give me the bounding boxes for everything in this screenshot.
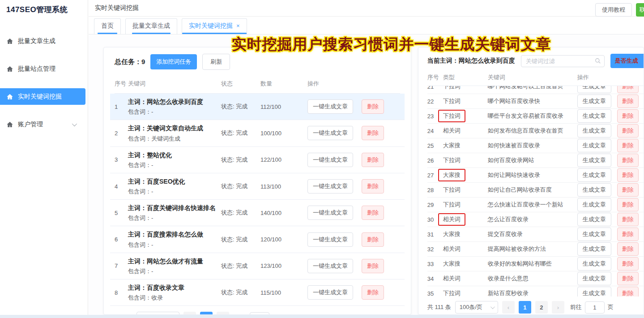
main-keyword: 主词：关键词文章自动生成 — [128, 124, 221, 133]
sidebar-item-realtime-keyword[interactable]: 实时关键词挖掘 — [0, 88, 85, 105]
generate-article-button[interactable]: 一键生成文章 — [307, 206, 353, 220]
delete-button[interactable]: 删除 — [617, 154, 639, 167]
tutorial-button[interactable]: 使用教程 — [595, 3, 632, 17]
generate-article-button[interactable]: 生成文章 — [577, 95, 611, 108]
generate-article-button[interactable]: 一键生成文章 — [307, 232, 353, 247]
keyword-type: 相关词 — [443, 275, 461, 283]
page-number-1[interactable]: 1 — [200, 312, 213, 315]
generate-article-button[interactable]: 生成文章 — [577, 168, 611, 182]
delete-button[interactable]: 删除 — [617, 109, 639, 123]
table-row: 27 大家搜 如何让网站快速收录 生成文章删除 — [427, 168, 644, 183]
delete-button[interactable]: 删除 — [362, 206, 384, 220]
generate-article-button[interactable]: 生成文章 — [577, 257, 611, 271]
generate-article-button[interactable]: 生成文章 — [577, 183, 611, 197]
generate-article-button[interactable]: 生成文章 — [577, 124, 611, 138]
prev-page-button[interactable]: ‹ — [502, 301, 515, 314]
table-row[interactable]: 2 主词：关键词文章自动生成包含词：关键词生成 状态: 完成 100/100 一… — [110, 120, 405, 146]
sidebar-item-batch-article[interactable]: 批量文章生成 — [0, 33, 85, 49]
next-page-button[interactable]: › — [217, 312, 229, 315]
table-row[interactable]: 1 主词：网站怎么收录到百度包含词：- 状态: 完成 112/100 一键生成文… — [110, 94, 405, 120]
generate-article-button[interactable]: 生成文章 — [577, 228, 611, 241]
next-page-button[interactable]: › — [552, 301, 564, 314]
delete-button[interactable]: 删除 — [617, 124, 639, 138]
delete-button[interactable]: 删除 — [362, 153, 384, 167]
page-size-select[interactable]: 100条/页 — [455, 301, 498, 314]
table-row[interactable]: 7 主词：网站怎么做才有流量包含词：- 状态: 完成 123/100 一键生成文… — [110, 253, 405, 279]
delete-button[interactable]: 删除 — [617, 242, 639, 256]
generate-article-button[interactable]: 生成文章 — [577, 139, 611, 152]
tab-bar: 首页 批量文章生成 实时关键词挖掘× — [89, 17, 644, 34]
table-row: 23 下拉词 哪些平台发文容易被百度收录 生成文章删除 — [427, 109, 644, 124]
current-main-keyword: 当前主词：网站怎么收录到百度 — [427, 57, 515, 65]
table-row: 32 相关词 提高网站被收录的方法 生成文章删除 — [427, 242, 644, 257]
delete-button[interactable]: 删除 — [617, 272, 639, 285]
page-number-2[interactable]: 2 — [535, 301, 548, 314]
delete-button[interactable]: 删除 — [617, 287, 639, 297]
generate-article-button[interactable]: 一键生成文章 — [307, 126, 353, 140]
sidebar-item-account[interactable]: 账户管理 — [0, 116, 85, 133]
generate-article-button[interactable]: 生成文章 — [577, 287, 611, 297]
page-number-1[interactable]: 1 — [519, 301, 531, 314]
tab-home[interactable]: 首页 — [94, 18, 121, 34]
generate-article-button[interactable]: 生成文章 — [577, 154, 611, 167]
status-text: 状态: 完成 — [221, 288, 260, 297]
generate-toggle-button[interactable]: 是否生成 — [610, 54, 644, 68]
delete-button[interactable]: 删除 — [617, 139, 639, 152]
generate-article-button[interactable]: 生成文章 — [577, 272, 611, 285]
chevron-down-icon — [490, 305, 495, 309]
refresh-button[interactable]: 刷新 — [202, 54, 230, 70]
table-row: 35 下拉词 新站百度秒收录 生成文章删除 — [427, 286, 644, 297]
generate-article-button[interactable]: 生成文章 — [577, 198, 611, 211]
generate-article-button[interactable]: 生成文章 — [577, 213, 611, 226]
delete-button[interactable]: 删除 — [362, 179, 384, 193]
table-row[interactable]: 6 主词：百度搜索排名怎么做包含词：- 状态: 完成 120/100 一键生成文… — [110, 226, 405, 253]
contact-button[interactable]: 联 — [636, 3, 644, 17]
delete-button[interactable]: 删除 — [617, 86, 639, 93]
goto-page-input[interactable] — [585, 301, 605, 314]
delete-button[interactable]: 删除 — [617, 228, 639, 241]
delete-button[interactable]: 删除 — [617, 198, 639, 211]
delete-button[interactable]: 删除 — [362, 285, 384, 300]
delete-button[interactable]: 删除 — [617, 257, 639, 271]
delete-button[interactable]: 删除 — [362, 232, 384, 247]
delete-button[interactable]: 删除 — [362, 259, 384, 273]
generate-article-button[interactable]: 一键生成文章 — [307, 179, 353, 193]
keyword-filter-input[interactable] — [521, 55, 605, 67]
table-row[interactable]: 3 主词：整站优化包含词：- 状态: 完成 122/100 一键生成文章删除 — [110, 147, 405, 173]
delete-button[interactable]: 删除 — [617, 213, 639, 226]
quantity: 120/100 — [260, 236, 307, 243]
include-words: 包含词：- — [128, 108, 221, 116]
delete-button[interactable]: 删除 — [362, 126, 384, 140]
close-icon[interactable]: × — [236, 22, 240, 29]
mined-keyword: 提交百度收录 — [488, 230, 577, 238]
bottom-edge-strip — [0, 315, 644, 318]
table-row[interactable]: 8 主词：百度收录文章包含词：收录 状态: 完成 115/100 一键生成文章删… — [110, 279, 405, 306]
keyword-type: 大家搜 — [443, 142, 461, 150]
page-size-select[interactable]: 10条/页 — [136, 312, 179, 315]
generate-article-button[interactable]: 生成文章 — [577, 242, 611, 256]
delete-button[interactable]: 删除 — [617, 95, 639, 108]
generate-article-button[interactable]: 一键生成文章 — [307, 285, 353, 300]
table-row[interactable]: 4 主词：百度SEO优化包含词：- 状态: 完成 113/100 一键生成文章删… — [110, 173, 405, 200]
table-row[interactable]: 5 主词：百度关键词排名快速排名包含词：- 状态: 完成 140/100 一键生… — [110, 200, 405, 226]
prev-page-button[interactable]: ‹ — [183, 312, 196, 315]
generate-article-button[interactable]: 一键生成文章 — [307, 99, 353, 114]
delete-button[interactable]: 删除 — [617, 168, 639, 182]
goto-label: 前往 — [570, 303, 582, 311]
generate-article-button[interactable]: 一键生成文章 — [307, 153, 353, 167]
add-task-button[interactable]: 添加挖词任务 — [150, 54, 197, 69]
keyword-type: 下拉词 — [443, 86, 461, 90]
quantity: 112/100 — [260, 103, 307, 110]
table-row: 28 下拉词 如何让自己网站收录百度 生成文章删除 — [427, 183, 644, 198]
generate-article-button[interactable]: 一键生成文章 — [307, 259, 353, 273]
tab-realtime-keyword[interactable]: 实时关键词挖掘× — [182, 18, 247, 34]
delete-button[interactable]: 删除 — [617, 183, 639, 197]
generate-article-button[interactable]: 生成文章 — [577, 109, 611, 123]
delete-button[interactable]: 删除 — [362, 99, 384, 114]
quantity: 115/100 — [260, 289, 307, 296]
generate-article-button[interactable]: 生成文章 — [577, 86, 611, 93]
tab-batch-article[interactable]: 批量文章生成 — [125, 18, 177, 34]
sidebar-item-batch-site[interactable]: 批量站点管理 — [0, 60, 85, 77]
home-icon — [6, 93, 13, 100]
keyword-table-body[interactable]: 21 下拉词 哪个网站发帖可以上百度首页 生成文章删除 22 下拉词 哪个网站百… — [427, 86, 644, 297]
